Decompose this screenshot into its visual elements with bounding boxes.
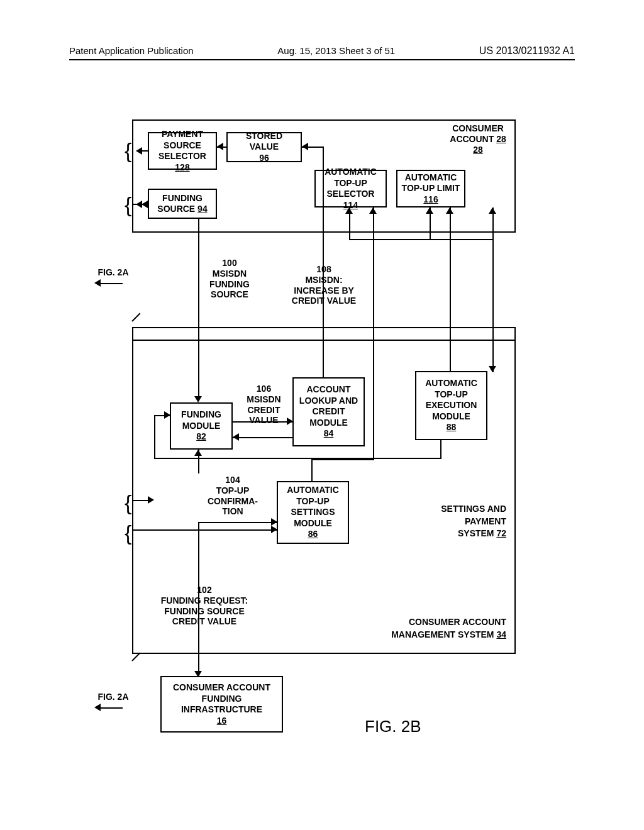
flow-106: 106 MSISDN CREDIT VALUE (240, 384, 287, 426)
crossref-top: FIG. 2A (94, 267, 132, 278)
figure: CONSUMER ACCOUNT 28 CONSUMERACCOUNT 28 P… (94, 107, 535, 736)
curly-3: { (125, 492, 131, 513)
curly-1: { (125, 140, 131, 161)
crossref-bottom: FIG. 2A (94, 692, 132, 702)
settings-module-box: AUTOMATIC TOP-UP SETTINGS MODULE 86 (277, 481, 349, 544)
curly-4: { (125, 522, 131, 543)
stored-value-box: STORED VALUE 96 (226, 132, 302, 162)
flow-104: 104 TOP-UP CONFIRMA- TION (201, 475, 264, 517)
funding-source-box: FUNDING SOURCE 94 (148, 189, 217, 219)
page: Patent Application Publication Aug. 15, … (0, 0, 644, 830)
flow-108: 108 MSISDN: INCREASE BY CREDIT VALUE (286, 264, 362, 306)
funding-module-box: FUNDING MODULE 82 (170, 402, 233, 450)
auto-topup-limit-box: AUTOMATIC TOP-UP LIMIT 116 (396, 170, 465, 208)
consumer-account-title-lines: CONSUMERACCOUNT 28 (443, 123, 513, 145)
settings-payment-label: SETTINGS AND PAYMENT SYSTEM 72 (396, 503, 506, 540)
payment-source-selector-box: PAYMENT SOURCE SELECTOR 128 (148, 132, 217, 170)
flow-102: 102 FUNDING REQUEST: FUNDING SOURCE CRED… (154, 585, 255, 627)
flow-100: 100 MSISDN FUNDING SOURCE (201, 258, 258, 300)
header-right: US 2013/0211932 A1 (479, 45, 575, 57)
page-header: Patent Application Publication Aug. 15, … (69, 45, 575, 60)
exec-module-box: AUTOMATIC TOP-UP EXECUTION MODULE 88 (415, 371, 487, 440)
infra-box: CONSUMER ACCOUNT FUNDING INFRASTRUCTURE … (160, 676, 283, 733)
header-center: Aug. 15, 2013 Sheet 3 of 51 (277, 45, 395, 56)
figure-label: FIG. 2B (365, 717, 421, 736)
inner-divider (132, 340, 516, 341)
auto-topup-selector-box: AUTOMATIC TOP-UP SELECTOR 114 (314, 170, 387, 208)
lookup-module-box: ACCOUNT LOOKUP AND CREDIT MODULE 84 (292, 377, 365, 446)
curly-2: { (125, 194, 131, 215)
cams-label: CONSUMER ACCOUNT MANAGEMENT SYSTEM 34 (349, 616, 506, 641)
header-left: Patent Application Publication (69, 45, 194, 56)
